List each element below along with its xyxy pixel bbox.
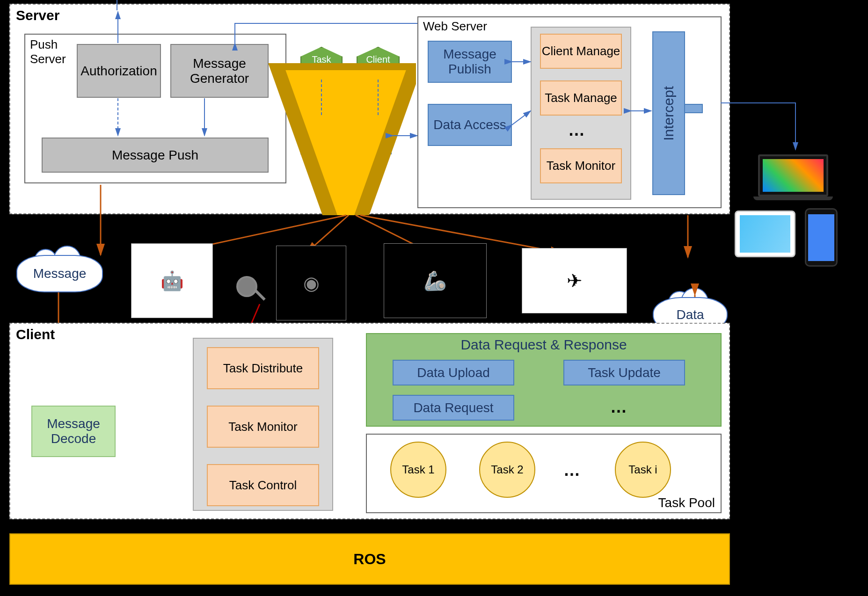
task-1-circle: Task 1 [390,442,446,498]
task-manage-box: Task Manage [540,80,622,116]
client-container: Client Message Decode Task Distribute Ta… [9,323,730,519]
client-label: Client [16,327,55,342]
data-request-response-title: Data Request & Response [367,337,721,353]
data-request-response-container: Data Request & Response Data Upload Task… [366,333,722,427]
data-section-ellipsis: … [610,397,627,417]
device-laptop-icon [753,154,833,206]
task-2-circle: Task 2 [479,442,535,498]
client-manage-box: Client Manage [540,34,622,69]
data-upload-box: Data Upload [393,360,514,385]
web-server-ellipsis: … [568,120,585,140]
server-container: Server Push Server Authorization Message… [9,4,730,214]
task-distribute-box: Task Distribute [207,347,319,389]
web-server-container: Web Server Message Publish Data Access C… [417,16,722,208]
task-control-box: Task Control [207,464,319,506]
web-server-label: Web Server [423,19,487,34]
push-server-label: Push Server [30,37,66,66]
task-pool-ellipsis: … [563,460,580,480]
robot-drone-icon: ✈ [522,248,627,313]
push-server-container: Push Server Authorization Message Genera… [24,34,286,183]
robot-arm-icon: 🦾 [384,243,487,318]
device-phone-icon [805,208,838,267]
task-monitor-client-box: Task Monitor [207,406,319,448]
server-label: Server [16,7,59,23]
task-update-box: Task Update [563,360,685,385]
message-generator-box: Message Generator [170,44,269,98]
message-publish-box: Message Publish [428,41,512,83]
message-decode-box: Message Decode [31,406,116,457]
task-pool-label: Task Pool [658,495,715,510]
data-access-box: Data Access [428,104,512,146]
robot-turtlebot-icon: ◉ [276,246,346,320]
ros-bar: ROS [9,533,730,585]
task-define-pentagon: Task Define [300,47,343,80]
intercept-box: Intercept [652,31,685,195]
database-icon [319,178,366,211]
intercept-connector-icon [684,104,703,113]
task-monitor-server-box: Task Monitor [540,148,622,183]
magnifier-icon [236,276,269,309]
dbms-box: DBMS [300,117,392,154]
intercept-label: Intercept [661,86,677,141]
task-pool-container: Task 1 Task 2 … Task i Task Pool [366,434,722,513]
data-request-box: Data Request [393,395,514,421]
device-tablet-icon [735,211,795,257]
robot-humanoid-icon: 🤖 [131,243,213,318]
authorization-box: Authorization [77,44,161,98]
message-cloud: Message [16,255,103,292]
client-define-pentagon: Client Define [357,47,400,80]
message-push-box: Message Push [42,138,269,173]
task-i-circle: Task i [615,442,671,498]
